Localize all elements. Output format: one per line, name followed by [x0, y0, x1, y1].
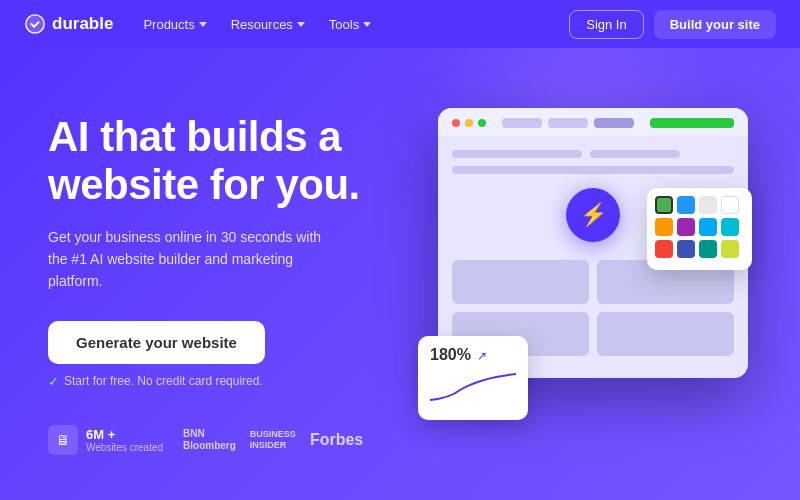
press-logos: BNNBloomberg BUSINESSINSIDER Forbes [183, 428, 363, 452]
dot-yellow [465, 119, 473, 127]
hero-heading: AI that builds a website for you. [48, 113, 408, 210]
url-bar [650, 118, 734, 128]
palette-swatch [655, 218, 673, 236]
grid-cell [452, 260, 589, 304]
content-line [452, 150, 582, 158]
palette-swatch [699, 240, 717, 258]
content-line [452, 166, 734, 174]
hero-illustration: ⚡ 180% ↗ [408, 68, 752, 500]
nav-resources[interactable]: Resources [221, 11, 315, 38]
browser-tab [548, 118, 588, 128]
stat-label: Websites created [86, 442, 163, 453]
monitor-icon: 🖥 [48, 425, 78, 455]
palette-swatch [655, 196, 673, 214]
palette-swatch [721, 240, 739, 258]
palette-swatch [655, 240, 673, 258]
palette-swatch [699, 196, 717, 214]
lightning-circle: ⚡ [566, 188, 620, 242]
signin-button[interactable]: Sign In [569, 10, 643, 39]
palette-swatch [699, 218, 717, 236]
dot-green [478, 119, 486, 127]
chevron-down-icon [363, 22, 371, 27]
hero-section: AI that builds a website for you. Get yo… [0, 48, 800, 500]
chevron-down-icon [199, 22, 207, 27]
palette-swatch [721, 218, 739, 236]
logo[interactable]: durable [24, 13, 113, 35]
palette-swatch [677, 196, 695, 214]
build-button[interactable]: Build your site [654, 10, 776, 39]
chevron-down-icon [297, 22, 305, 27]
svg-point-0 [26, 15, 44, 33]
browser-dots [452, 119, 486, 127]
logo-icon [24, 13, 46, 35]
palette-swatch [721, 196, 739, 214]
check-icon: ✓ [48, 374, 59, 389]
hero-content: AI that builds a website for you. Get yo… [48, 113, 408, 455]
social-proof: 🖥 6M + Websites created BNNBloomberg BUS… [48, 425, 408, 455]
browser-tab [502, 118, 542, 128]
palette-swatch [677, 240, 695, 258]
palette-row-3 [655, 240, 744, 258]
navbar: durable Products Resources Tools Sign In… [0, 0, 800, 48]
press-bnn: BNNBloomberg [183, 428, 236, 452]
stats-value: 180% ↗ [430, 346, 516, 364]
grid-cell [597, 312, 734, 356]
palette-row-2 [655, 218, 744, 236]
chart-svg [430, 370, 516, 406]
content-row-1 [452, 150, 734, 158]
palette-swatch [677, 218, 695, 236]
dot-red [452, 119, 460, 127]
nav-products[interactable]: Products [133, 11, 216, 38]
hero-subtext: Get your business online in 30 seconds w… [48, 226, 338, 293]
nav-actions: Sign In Build your site [569, 10, 776, 39]
press-forbes: Forbes [310, 430, 363, 449]
logo-text: durable [52, 14, 113, 34]
browser-tabs [502, 118, 634, 128]
stats-chart [430, 370, 516, 410]
palette-row-1 [655, 196, 744, 214]
stat-badge: 🖥 6M + Websites created [48, 425, 163, 455]
content-row-2 [452, 166, 734, 174]
palette-card [647, 188, 752, 270]
nav-links: Products Resources Tools [133, 11, 381, 38]
stats-card: 180% ↗ [418, 336, 528, 420]
generate-button[interactable]: Generate your website [48, 321, 265, 364]
nav-tools[interactable]: Tools [319, 11, 381, 38]
press-bi: BUSINESSINSIDER [250, 429, 296, 451]
free-note: ✓ Start for free. No credit card require… [48, 374, 408, 389]
stats-arrow: ↗ [477, 349, 487, 363]
content-line [590, 150, 680, 158]
stat-number: 6M + [86, 427, 163, 442]
browser-bar [438, 108, 748, 136]
browser-tab-active [594, 118, 634, 128]
